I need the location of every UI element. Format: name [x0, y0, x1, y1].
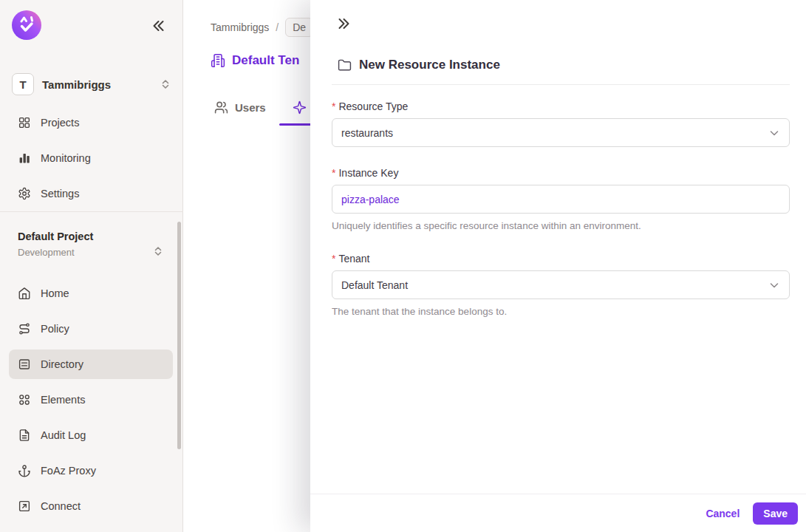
sidebar-item-label: Home [41, 287, 69, 299]
breadcrumb-current[interactable]: De [285, 18, 313, 37]
sidebar-item-audit-log[interactable]: Audit Log [9, 420, 173, 450]
required-asterisk: * [332, 167, 335, 179]
sidebar-item-projects[interactable]: Projects [9, 108, 173, 137]
sidebar-scrollbar[interactable] [177, 222, 181, 449]
sidebar-item-elements[interactable]: Elements [9, 385, 173, 415]
resource-type-select[interactable]: restaurants [332, 118, 790, 147]
drawer-divider [332, 84, 790, 85]
policy-route-icon [18, 322, 31, 335]
drawer-title: New Resource Instance [359, 58, 500, 72]
tenant-value: Default Tenant [341, 279, 408, 291]
sidebar-item-policy[interactable]: Policy [9, 314, 173, 344]
sidebar-item-label: Monitoring [41, 152, 91, 164]
sidebar-divider [0, 211, 183, 212]
drawer-collapse-icon[interactable] [336, 16, 352, 32]
project-name: Default Project [18, 229, 171, 244]
tab-label: Users [235, 101, 266, 114]
cancel-button[interactable]: Cancel [706, 508, 740, 519]
sidebar-item-settings[interactable]: Settings [9, 179, 173, 208]
page-title: Default Ten [232, 53, 299, 68]
sidebar-item-foaz-proxy[interactable]: FoAz Proxy [9, 456, 173, 485]
users-icon [214, 100, 228, 115]
sidebar-item-home[interactable]: Home [9, 279, 173, 308]
new-resource-instance-drawer: New Resource Instance *Resource Type res… [310, 0, 806, 532]
app-window: T Tammibriggs Projects [0, 0, 806, 532]
tenant-label: *Tenant [332, 253, 370, 265]
drawer-footer: Cancel Save [310, 494, 806, 532]
sidebar-item-label: Audit Log [41, 429, 86, 441]
permit-logo-icon[interactable] [12, 10, 41, 40]
sidebar-item-connect[interactable]: Connect [9, 491, 173, 521]
tenant-helper: The tenant that the instance belongs to. [332, 306, 507, 317]
chevron-up-down-icon [160, 78, 171, 90]
tab-users[interactable]: Users [214, 100, 266, 115]
project-switcher[interactable]: Default Project Development [18, 229, 171, 259]
chevron-down-icon [768, 127, 780, 139]
chevron-down-icon [768, 279, 780, 291]
save-button[interactable]: Save [753, 502, 798, 525]
environment-name: Development [18, 246, 171, 259]
monitoring-bars-icon [18, 151, 31, 165]
connect-box-arrow-icon [18, 499, 31, 513]
elements-dots-icon [18, 393, 31, 406]
chevron-up-down-icon [152, 245, 164, 257]
breadcrumb-root[interactable]: Tammibriggs [211, 21, 269, 33]
tenant-select[interactable]: Default Tenant [332, 270, 790, 299]
required-asterisk: * [332, 253, 335, 265]
sidebar-item-label: Directory [41, 358, 83, 370]
sidebar-item-label: FoAz Proxy [41, 465, 96, 477]
audit-log-file-icon [18, 429, 31, 442]
workspace-name: Tammibriggs [42, 78, 160, 91]
breadcrumb: Tammibriggs / De [211, 18, 313, 37]
anchor-icon [18, 464, 31, 477]
workspace-avatar: T [12, 73, 34, 95]
sidebar-item-label: Elements [41, 394, 85, 406]
required-asterisk: * [332, 100, 335, 112]
resource-type-value: restaurants [341, 127, 393, 139]
sidebar-item-directory[interactable]: Directory [9, 349, 173, 379]
instance-key-label: *Instance Key [332, 167, 398, 179]
sidebar-item-label: Policy [41, 323, 69, 335]
breadcrumb-separator: / [276, 21, 279, 33]
sidebar-item-label: Settings [41, 188, 79, 200]
sidebar-collapse-icon[interactable] [150, 18, 166, 34]
tenant-building-icon [211, 53, 225, 68]
projects-grid-icon [18, 116, 31, 129]
sidebar-item-monitoring[interactable]: Monitoring [9, 143, 173, 173]
page-title-row: Default Ten [211, 53, 299, 68]
drawer-header: New Resource Instance [338, 58, 500, 72]
sidebar: T Tammibriggs Projects [0, 0, 183, 532]
resource-type-label: *Resource Type [332, 100, 408, 112]
gear-icon [18, 187, 31, 200]
workspace-switcher[interactable]: T Tammibriggs [12, 72, 171, 97]
folder-icon [338, 58, 352, 72]
sidebar-item-label: Projects [41, 117, 79, 129]
tab-instances-spark-icon[interactable] [293, 100, 307, 115]
directory-list-icon [18, 358, 31, 371]
sidebar-item-label: Connect [41, 500, 81, 512]
home-icon [18, 287, 31, 300]
instance-key-helper: Uniquely identifies a specific resource … [332, 220, 641, 231]
instance-key-input[interactable] [332, 185, 790, 214]
